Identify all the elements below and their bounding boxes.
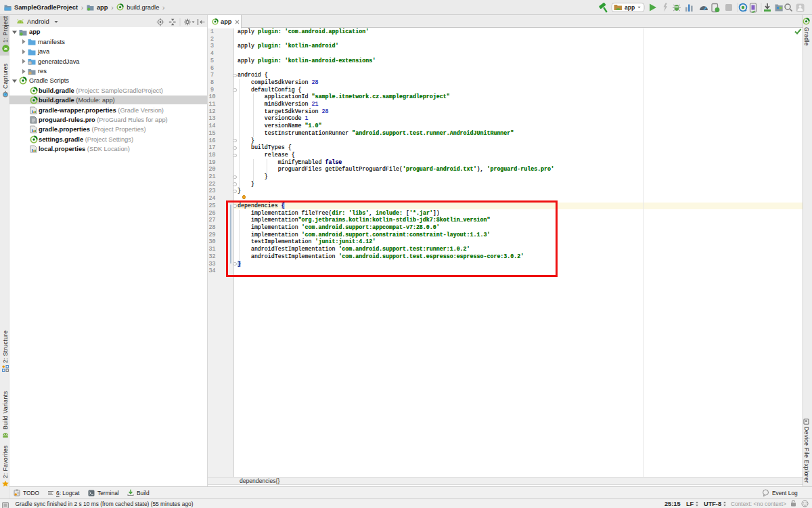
svg-text:app: app [625, 4, 635, 11]
